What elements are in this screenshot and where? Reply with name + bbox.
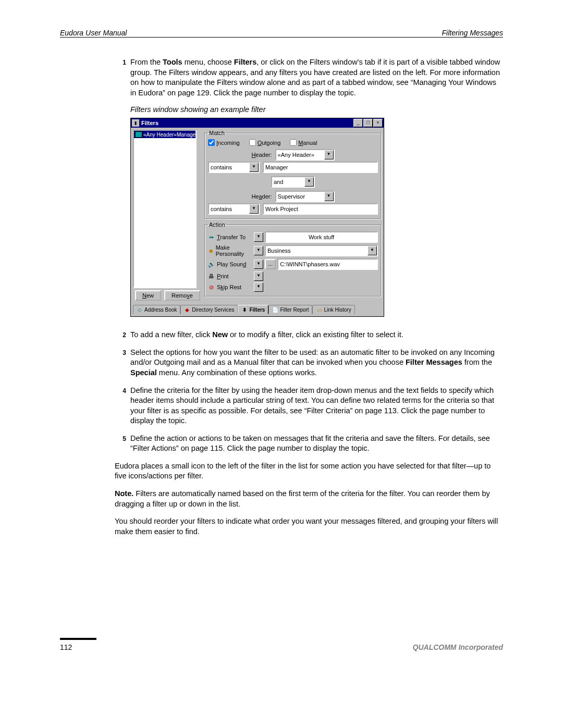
remove-button[interactable]: Remove	[164, 290, 200, 301]
chevron-down-icon[interactable]: ▼	[324, 150, 334, 159]
personality-icon: ☻	[208, 247, 214, 254]
print-icon: 🖶	[208, 273, 215, 280]
condition2-combo[interactable]: contains▼	[208, 203, 260, 215]
chevron-down-icon[interactable]: ▼	[254, 282, 263, 292]
close-button[interactable]: ×	[373, 119, 383, 127]
step-number: 2	[115, 330, 130, 340]
conjunction-combo[interactable]: and▼	[271, 176, 315, 188]
sound-icon: 🔊	[208, 261, 215, 268]
match-legend: Match	[208, 130, 226, 136]
transfer-icon	[135, 131, 142, 138]
chevron-down-icon[interactable]: ▼	[254, 246, 263, 255]
tab-directory-services[interactable]: ◆Directory Services	[180, 305, 238, 314]
tab-link-history[interactable]: ▭Link History	[312, 305, 354, 314]
header1-combo[interactable]: «Any Header»▼	[275, 149, 335, 161]
maximize-button[interactable]: □	[363, 119, 373, 127]
step-4-text: Define the criteria for the filter by us…	[130, 386, 503, 426]
chevron-down-icon[interactable]: ▼	[324, 192, 334, 201]
step-3-text: Select the options for how you want the …	[130, 348, 503, 378]
step-number: 5	[115, 434, 130, 454]
sound-path-input[interactable]: C:\WINNT\phasers.wav	[277, 258, 378, 270]
match-group: Match Incoming Outgoing Manual Header: «…	[204, 130, 382, 219]
window-icon: ⬍	[132, 119, 139, 127]
titlebar[interactable]: ⬍ Filters _ □ ×	[131, 118, 384, 128]
step-1-text: From the Tools menu, choose Filters, or …	[130, 57, 503, 98]
paragraph: You should reorder your filters to indic…	[115, 516, 503, 537]
link-icon: ▭	[316, 306, 322, 313]
tab-filter-report[interactable]: 📄Filter Report	[268, 305, 312, 314]
step-2-text: To add a new filter, click New or to mod…	[130, 330, 503, 340]
book-icon: ◇	[137, 306, 143, 313]
page-footer: 112 QUALCOMM Incorporated	[60, 638, 503, 651]
filter-list[interactable]: «Any Header»Manager	[133, 130, 197, 288]
note-paragraph: Note. Filters are automatically named ba…	[115, 489, 503, 509]
personality-combo[interactable]: Business▼	[265, 245, 378, 256]
step-number: 1	[115, 57, 130, 98]
minimize-button[interactable]: _	[353, 119, 363, 127]
outgoing-checkbox[interactable]: Outgoing	[249, 139, 281, 146]
window-tabs: ◇Address Book ◆Directory Services ⬍Filte…	[131, 304, 384, 316]
arrow-icon: ➡	[208, 233, 215, 241]
company-name: QUALCOMM Incorporated	[413, 643, 503, 651]
header-left: Eudora User Manual	[60, 29, 127, 37]
skip-icon: ⊘	[208, 283, 215, 291]
chevron-down-icon[interactable]: ▼	[368, 246, 377, 255]
action-legend: Action	[208, 221, 226, 228]
chevron-down-icon[interactable]: ▼	[254, 272, 263, 281]
header1-label: Header:	[251, 152, 272, 158]
chevron-down-icon[interactable]: ▼	[254, 232, 263, 242]
filters-icon: ⬍	[241, 306, 248, 313]
header2-label: Header:	[251, 193, 272, 200]
chevron-down-icon[interactable]: ▼	[254, 260, 263, 269]
transfer-to-value[interactable]: Work stuff	[265, 231, 378, 243]
text1-input[interactable]: Manager	[263, 162, 378, 173]
report-icon: 📄	[272, 306, 278, 313]
filters-window: ⬍ Filters _ □ × «Any Header»Manager	[130, 118, 384, 317]
manual-checkbox[interactable]: Manual	[290, 139, 317, 146]
step-number: 4	[115, 386, 130, 426]
directory-icon: ◆	[184, 306, 190, 313]
page-header: Eudora User Manual Filtering Messages	[60, 29, 503, 38]
condition1-combo[interactable]: contains▼	[208, 162, 260, 173]
tab-address-book[interactable]: ◇Address Book	[133, 305, 180, 314]
text2-input[interactable]: Work Project	[263, 203, 378, 215]
filter-list-item[interactable]: «Any Header»Manager	[134, 131, 195, 138]
paragraph: Eudora places a small icon to the left o…	[115, 461, 503, 482]
incoming-checkbox[interactable]: Incoming	[208, 139, 240, 146]
header2-combo[interactable]: Supervisor▼	[275, 191, 335, 202]
step-number: 3	[115, 348, 130, 378]
chevron-down-icon[interactable]: ▼	[249, 204, 259, 214]
chevron-down-icon[interactable]: ▼	[249, 163, 259, 172]
page-number: 112	[60, 643, 72, 651]
browse-button[interactable]: ...	[265, 259, 276, 269]
action-group: Action ➡Transfer To ▼ Work stuff ☻Make P…	[204, 221, 382, 297]
figure-caption: Filters window showing an example filter	[130, 105, 503, 114]
new-button[interactable]: New	[135, 290, 161, 301]
tab-filters[interactable]: ⬍Filters	[238, 305, 268, 314]
header-right: Filtering Messages	[442, 29, 504, 37]
window-title: Filters	[141, 120, 353, 126]
step-5-text: Define the action or actions to be taken…	[130, 434, 503, 454]
chevron-down-icon[interactable]: ▼	[304, 177, 314, 187]
